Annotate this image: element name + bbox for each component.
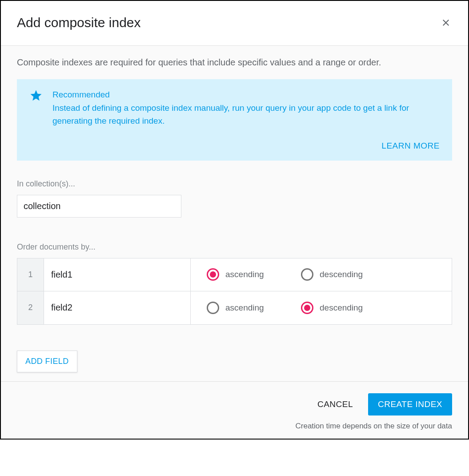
- collection-label: In collection(s)...: [17, 179, 452, 189]
- dialog-footer: CANCEL CREATE INDEX Creation time depend…: [1, 381, 468, 439]
- ascending-radio[interactable]: ascending: [207, 268, 282, 281]
- order-table: 1ascendingdescending2ascendingdescending: [17, 258, 452, 325]
- field-name-input[interactable]: [51, 303, 183, 313]
- add-composite-index-dialog: Add composite index Composite indexes ar…: [0, 0, 469, 440]
- radio-label: descending: [320, 303, 363, 313]
- order-row: 2ascendingdescending: [17, 291, 452, 324]
- dialog-description: Composite indexes are required for queri…: [17, 57, 452, 68]
- order-label: Order documents by...: [17, 242, 452, 252]
- dialog-header: Add composite index: [1, 1, 468, 46]
- radio-label: ascending: [225, 303, 264, 313]
- collection-section: In collection(s)...: [17, 179, 452, 218]
- radio-label: descending: [320, 270, 363, 279]
- add-field-button[interactable]: ADD FIELD: [17, 351, 77, 372]
- row-radios: ascendingdescending: [191, 291, 452, 324]
- descending-radio[interactable]: descending: [301, 302, 377, 314]
- radio-circle-icon: [207, 302, 219, 314]
- descending-radio[interactable]: descending: [301, 268, 377, 281]
- radio-circle-icon: [301, 302, 313, 314]
- dialog-body: Composite indexes are required for queri…: [1, 46, 468, 381]
- recommended-panel: Recommended Instead of defining a compos…: [17, 79, 452, 161]
- recommended-body: Instead of defining a composite index ma…: [52, 101, 440, 128]
- close-icon[interactable]: [440, 16, 452, 29]
- learn-more-button[interactable]: LEARN MORE: [381, 141, 440, 151]
- ascending-radio[interactable]: ascending: [207, 302, 282, 314]
- star-icon: [29, 89, 43, 128]
- row-field-cell: [44, 258, 191, 291]
- cancel-button[interactable]: CANCEL: [317, 399, 353, 409]
- dialog-title: Add composite index: [17, 15, 141, 30]
- collection-input[interactable]: [17, 195, 181, 218]
- radio-circle-icon: [207, 268, 219, 281]
- order-section: Order documents by... 1ascendingdescendi…: [17, 242, 452, 325]
- field-name-input[interactable]: [51, 270, 183, 280]
- footer-note: Creation time depends on the size of you…: [296, 422, 453, 431]
- row-radios: ascendingdescending: [191, 258, 452, 291]
- radio-label: ascending: [225, 270, 264, 279]
- recommended-heading: Recommended: [52, 90, 440, 100]
- order-row: 1ascendingdescending: [17, 258, 452, 291]
- create-index-button[interactable]: CREATE INDEX: [368, 393, 452, 415]
- row-field-cell: [44, 291, 191, 324]
- row-index: 2: [17, 291, 44, 324]
- row-index: 1: [17, 258, 44, 291]
- radio-circle-icon: [301, 268, 313, 281]
